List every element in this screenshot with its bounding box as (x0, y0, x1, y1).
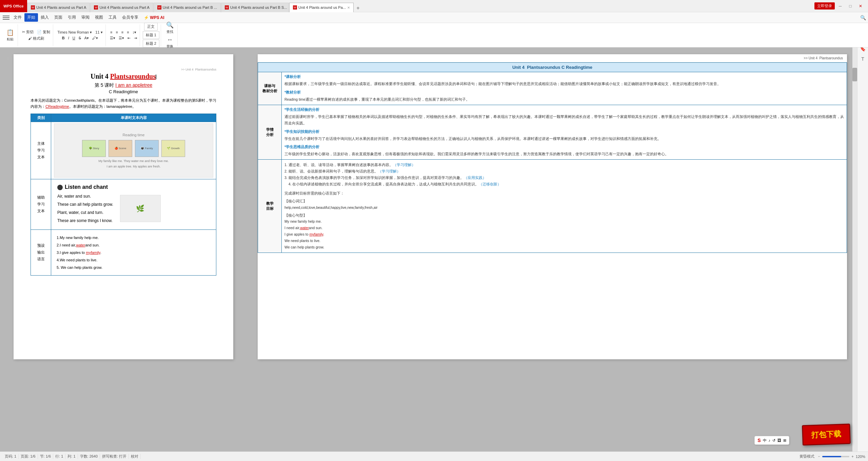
table-row-mubiao: 教学 目标 1. 通过老、听、说、读等活动，掌握苹果树自述故事的基本内容。（学习… (258, 160, 847, 253)
scrollbar-thumb[interactable] (852, 68, 857, 81)
tab-doc-icon: W (225, 5, 229, 9)
tab-2[interactable]: WUnit 4 Plants around us Part A (90, 3, 153, 12)
wps-ai-toolbar[interactable]: S 中 ♪ ↺ 🖼 ⊞ (754, 436, 789, 445)
left-doc-title: Unit 4 Plantsaroundus (31, 73, 216, 80)
lesson-table-header: Unit 4 Plantsaroundus C Readingtime (258, 63, 847, 72)
align-center-btn[interactable]: ≡ (114, 30, 119, 35)
label-biaozhun: 课标与 教材分析 (258, 72, 282, 105)
align-right-btn[interactable]: ≡ (120, 30, 125, 35)
find-btn[interactable]: 🔍 查找 (164, 21, 176, 35)
numbered-list-btn[interactable]: ☰▾ (117, 36, 125, 41)
tab-close-btn[interactable]: ✕ (347, 6, 350, 9)
chant-dot (57, 185, 63, 190)
menu-file[interactable]: 文件 (11, 13, 24, 22)
zoom-control[interactable]: － ＋ 120% (817, 454, 865, 459)
bold-btn[interactable]: B (61, 36, 66, 40)
zhishi-title: *学生知识技能的分析 (284, 129, 844, 134)
table-row-biaozhun: 课标与 教材分析 *课标分析 根据课标要求，三年级学生要向一级目标的达成靠近。课… (258, 72, 847, 105)
lesson-analysis-table: Unit 4 Plantsaroundus C Readingtime 课标与 … (258, 62, 847, 253)
proofread[interactable]: 校对 (129, 454, 141, 459)
output-line-4: 4.We need plants to live. (57, 256, 211, 264)
zoom-in-btn[interactable]: ＋ (851, 454, 854, 459)
table-row: 预设 输出 语言 1.My new family help me. 2.I ne… (31, 230, 216, 276)
wps-s-icon: S (757, 438, 761, 443)
menu-bar: 文件 开始 插入 页面 引用 审阅 视图 工具 会员专享 ⚡ WPS AI 🔍 (0, 12, 868, 23)
zhishi-text: 学生在前几个课时学习了在话境中询问别人对水果的喜好并回答，并学习表达帮助植物生长… (284, 136, 844, 142)
chant-lines: Air, water and sun. These can all help p… (57, 192, 113, 225)
tab-doc-icon: W (157, 5, 161, 9)
indent-dec-btn[interactable]: ⇤ (126, 36, 132, 41)
vertical-scrollbar[interactable] (852, 47, 857, 452)
zoom-out-btn[interactable]: － (817, 454, 821, 459)
maximize-button[interactable]: □ (846, 1, 855, 11)
menu-review[interactable]: 审阅 (79, 13, 92, 22)
hamburger-menu[interactable] (1, 13, 11, 22)
menu-tools[interactable]: 工具 (106, 13, 119, 22)
font-size[interactable]: 11 ▾ (94, 30, 104, 35)
justify-btn[interactable]: ≡ (125, 30, 130, 35)
wps-logo: WPS Office (0, 0, 27, 12)
new-tab-button[interactable]: + (354, 4, 362, 12)
ribbon-group-font: Times New Roman ▾ 11 ▾ B I U S̶ A▾ 🖊▾ (55, 24, 105, 46)
menu-page[interactable]: 页面 (52, 13, 65, 22)
font-color-btn[interactable]: A▾ (83, 36, 90, 41)
italic-btn[interactable]: I (67, 36, 71, 40)
table-row-xueqing: 学情 分析 *学生生活经验的分析 通过前面课时所学，学生已基本掌握了植物相关的单… (258, 105, 847, 160)
drag-handle[interactable]: ⠿ (7, 57, 9, 61)
menu-wpsai[interactable]: ⚡ WPS AI (141, 14, 167, 21)
view-mode[interactable]: 黄昏模式 (800, 454, 814, 459)
font-selector[interactable]: Times New Roman ▾ (56, 30, 93, 35)
wps-image-icon: 🖼 (777, 438, 781, 442)
underline-btn[interactable]: U (71, 36, 77, 40)
close-button[interactable]: ✕ (856, 1, 865, 11)
siwei-block: *学生思维品质的分析 三年级的学生受好奇心驱动，活泼好动，喜欢直观形象思维，但有… (284, 144, 844, 157)
sidebar-translate-icon[interactable]: T (858, 54, 868, 64)
ribbon-copy-btn[interactable]: 📄 复制 (36, 29, 52, 35)
align-left-btn[interactable]: ≡ (109, 30, 114, 35)
ribbon-cut-btn[interactable]: ✂ 剪切 (21, 29, 35, 35)
styles-h2[interactable]: 标题 2 (143, 40, 159, 47)
indent-inc-btn[interactable]: ⇥ (133, 36, 138, 41)
siwei-text: 三年级的学生受好奇心驱动，活泼好动，喜欢直观形象思维，但有着极强的求知欲和表现欲… (284, 151, 844, 157)
row2-content: Listen and chant Air, water and sun. The… (51, 179, 216, 230)
tab-1[interactable]: WUnit 4 Plants around us Part A (27, 3, 90, 12)
tab-5[interactable]: WUnit 4 Plants around us Pa...✕ (289, 3, 354, 12)
tab-4[interactable]: WUnit 4 Plants around us Part B S... (221, 3, 289, 12)
bullet-list-btn[interactable]: ☰▾ (108, 36, 117, 41)
strikethrough-btn[interactable]: S̶ (77, 36, 82, 41)
menu-view[interactable]: 视图 (92, 13, 106, 22)
line-spacing-btn[interactable]: ↕▾ (131, 30, 138, 35)
styles-normal[interactable]: 正文 (144, 23, 158, 31)
register-button[interactable]: 立即登录 (814, 2, 835, 9)
title-underline: Plantsaroundus (110, 73, 156, 80)
tab-3[interactable]: WUnit 4 Plants around us Part B ... (154, 3, 221, 12)
ribbon-row-1: ✂ 剪切 📄 复制 (21, 29, 52, 35)
ribbon-format-btn[interactable]: 🖌 格式刷 (27, 36, 45, 41)
menu-vip[interactable]: 会员专享 (119, 13, 141, 22)
shenghuo-text: 通过前面课时所学，学生已基本掌握了植物相关的单词以及描述帮助植物生长的句型，对植… (284, 114, 844, 126)
status-right: 黄昏模式 － ＋ 120% (800, 454, 865, 459)
right-header: >> Unit 4 Plantsaroundus (258, 54, 847, 62)
ribbon: 📋 粘贴 ✂ 剪切 📄 复制 🖌 格式刷 Times New Roman ▾ 1… (0, 23, 868, 47)
reading-time-label: C Readingtime (31, 89, 216, 94)
menu-insert[interactable]: 插入 (38, 13, 52, 22)
wps-chinese-icon: 中 (763, 438, 767, 443)
zoom-slider[interactable] (822, 456, 849, 457)
lesson-number: 第 5 课时 I am an appletree (31, 82, 216, 88)
spell-check[interactable]: 拼写检查: 打开 (100, 454, 129, 459)
tab-doc-icon: W (94, 5, 98, 9)
styles-h1[interactable]: 标题 1 (143, 31, 159, 39)
replace-btn[interactable]: ↔ 替换 (164, 36, 176, 49)
label-xueqing: 学情 分析 (258, 105, 282, 160)
minimize-button[interactable]: ─ (835, 1, 845, 11)
menu-reference[interactable]: 引用 (65, 13, 79, 22)
search-icon[interactable]: 🔍 (859, 14, 867, 21)
font-row-2: B I U S̶ A▾ 🖊▾ (61, 36, 99, 41)
ribbon-paste-btn[interactable]: 📋 粘贴 (4, 28, 16, 42)
tab-label: Unit 4 Plants around us Part A (99, 5, 149, 9)
menu-start[interactable]: 开始 (24, 13, 38, 22)
paste-label: 粘贴 (7, 37, 14, 42)
highlight-btn[interactable]: 🖊▾ (91, 36, 99, 41)
tabs-area: WUnit 4 Plants around us Part AWUnit 4 P… (27, 0, 812, 12)
download-banner[interactable]: 打包下载 (802, 424, 851, 446)
